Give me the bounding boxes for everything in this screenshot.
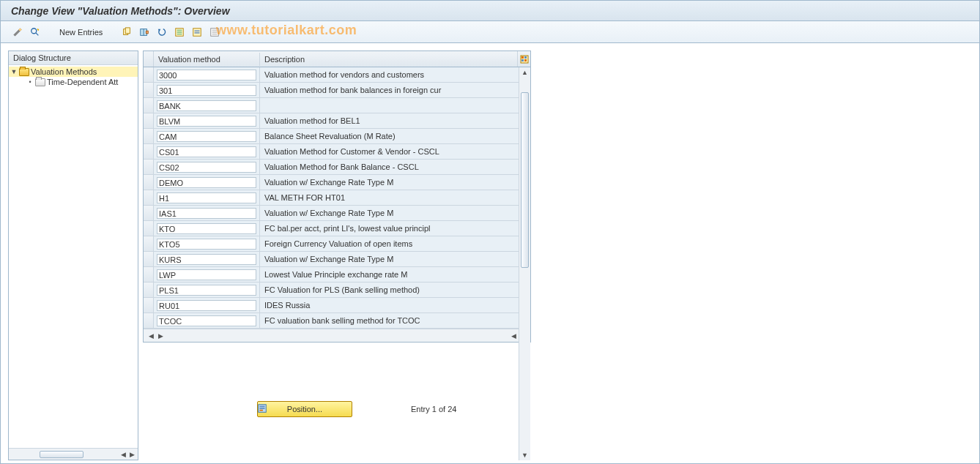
row-selector[interactable] <box>144 160 154 174</box>
scroll-left-icon[interactable]: ◀ <box>509 332 518 340</box>
valuation-method-input[interactable] <box>157 146 256 157</box>
delete-icon[interactable] <box>138 26 151 39</box>
deselect-all-icon[interactable] <box>208 26 221 39</box>
row-selector[interactable] <box>144 267 154 282</box>
row-selector[interactable] <box>144 221 154 236</box>
page-title: Change View "Valuation Methods": Overvie… <box>11 5 230 17</box>
undo-icon[interactable] <box>155 26 168 39</box>
scrollbar-thumb[interactable] <box>40 451 83 458</box>
tree-item-label: Valuation Methods <box>31 67 97 76</box>
scroll-left-icon[interactable]: ◀ <box>146 332 155 340</box>
folder-closed-icon <box>35 78 45 86</box>
cell-description: Valuation method for vendors and custome… <box>260 67 519 82</box>
tree-item-label: Time-Dependent Att <box>47 78 118 86</box>
cell-description: Valuation Method for Customer & Vendor -… <box>260 144 519 159</box>
svg-rect-16 <box>212 29 218 31</box>
row-selector[interactable] <box>144 252 154 266</box>
row-selector[interactable] <box>144 175 154 190</box>
row-selector[interactable] <box>144 313 154 328</box>
cell-description: Valuation w/ Exchange Rate Type M <box>260 175 519 190</box>
cell-valuation-method <box>154 144 260 159</box>
table-row: VAL METH FOR HT01 <box>144 190 530 206</box>
row-selector[interactable] <box>144 298 154 313</box>
row-selector[interactable] <box>144 236 154 251</box>
table-row: Valuation method for BEL1 <box>144 113 530 129</box>
svg-rect-21 <box>524 56 527 59</box>
collapse-icon[interactable]: ▼ <box>10 68 18 75</box>
valuation-method-input[interactable] <box>157 315 256 326</box>
cell-description: Valuation Method for Bank Balance - CSCL <box>260 160 519 174</box>
valuation-method-input[interactable] <box>157 208 256 219</box>
valuation-method-input[interactable] <box>157 192 256 203</box>
table-row: Foreign Currency Valuation of open items <box>144 236 530 252</box>
svg-rect-7 <box>146 31 149 34</box>
scrollbar-thumb[interactable] <box>521 92 529 268</box>
valuation-method-input[interactable] <box>157 70 256 81</box>
table-vertical-scrollbar[interactable]: ▲ ▼ <box>519 67 530 460</box>
scroll-right-icon[interactable]: ▶ <box>156 332 165 340</box>
valuation-method-input[interactable] <box>157 131 256 142</box>
scroll-down-icon[interactable]: ▼ <box>519 450 530 460</box>
column-header-description[interactable]: Description <box>260 53 517 66</box>
valuation-method-input[interactable] <box>157 254 256 265</box>
watermark-text: www.tutorialkart.com <box>216 23 357 38</box>
valuation-method-input[interactable] <box>157 269 256 280</box>
valuation-method-input[interactable] <box>157 116 256 127</box>
valuation-method-input[interactable] <box>157 162 256 173</box>
table-row: Valuation w/ Exchange Rate Type M <box>144 175 530 190</box>
table-horizontal-scrollbar[interactable]: ◀ ▶ ◀ ▶ <box>144 329 530 342</box>
table-row: Valuation Method for Bank Balance - CSCL <box>144 160 530 175</box>
toggle-display-icon[interactable] <box>11 26 24 39</box>
cell-valuation-method <box>154 252 260 266</box>
cell-valuation-method <box>154 236 260 251</box>
valuation-method-input[interactable] <box>157 300 256 311</box>
table-settings-icon[interactable] <box>517 51 530 67</box>
position-button[interactable]: Position... <box>257 401 352 417</box>
find-icon[interactable] <box>29 26 42 39</box>
row-selector[interactable] <box>144 98 154 113</box>
tree-item-valuation-methods[interactable]: ▼ Valuation Methods <box>9 67 138 77</box>
cell-description: Valuation method for bank balances in fo… <box>260 83 519 97</box>
svg-line-2 <box>36 32 39 35</box>
scroll-left-icon[interactable]: ◀ <box>119 451 127 458</box>
cell-valuation-method <box>154 190 260 205</box>
cell-description: Valuation method for BEL1 <box>260 113 519 128</box>
tree-item-time-dependent[interactable]: • Time-Dependent Att <box>9 77 138 87</box>
row-selector[interactable] <box>144 206 154 220</box>
cell-valuation-method <box>154 113 260 128</box>
valuation-method-input[interactable] <box>157 285 256 296</box>
copy-icon[interactable] <box>120 26 133 39</box>
dialog-structure-panel: Dialog Structure ▼ Valuation Methods • T… <box>8 50 138 460</box>
valuation-method-input[interactable] <box>157 223 256 234</box>
row-selector[interactable] <box>144 113 154 128</box>
dialog-structure-header: Dialog Structure <box>9 51 138 65</box>
row-selector[interactable] <box>144 67 154 82</box>
new-entries-button[interactable]: New Entries <box>59 28 103 37</box>
cell-valuation-method <box>154 282 260 297</box>
row-selector[interactable] <box>144 144 154 159</box>
valuation-method-input[interactable] <box>157 177 256 188</box>
row-selector[interactable] <box>144 190 154 205</box>
table-row: Valuation method for vendors and custome… <box>144 67 530 83</box>
tree-horizontal-scrollbar[interactable]: ◀ ▶ <box>9 448 138 460</box>
valuation-method-input[interactable] <box>157 239 256 250</box>
select-block-icon[interactable] <box>190 26 204 39</box>
scroll-right-icon[interactable]: ▶ <box>127 451 136 458</box>
select-all-icon[interactable] <box>173 26 186 39</box>
scroll-up-icon[interactable]: ▲ <box>519 67 530 78</box>
folder-open-icon <box>19 68 29 76</box>
valuation-method-input[interactable] <box>157 100 256 111</box>
row-selector-header[interactable] <box>144 51 154 67</box>
svg-rect-14 <box>195 32 200 34</box>
svg-rect-22 <box>521 59 524 61</box>
row-selector[interactable] <box>144 129 154 143</box>
column-header-method[interactable]: Valuation method <box>154 53 260 66</box>
row-selector[interactable] <box>144 282 154 297</box>
position-button-wrap: Position... <box>257 401 352 417</box>
valuation-method-input[interactable] <box>157 85 256 96</box>
footer-line: Position... Entry 1 of 24 <box>257 401 456 417</box>
row-selector[interactable] <box>144 83 154 97</box>
svg-point-0 <box>19 28 22 31</box>
table-header-row: Valuation method Description <box>144 51 530 67</box>
cell-valuation-method <box>154 175 260 190</box>
